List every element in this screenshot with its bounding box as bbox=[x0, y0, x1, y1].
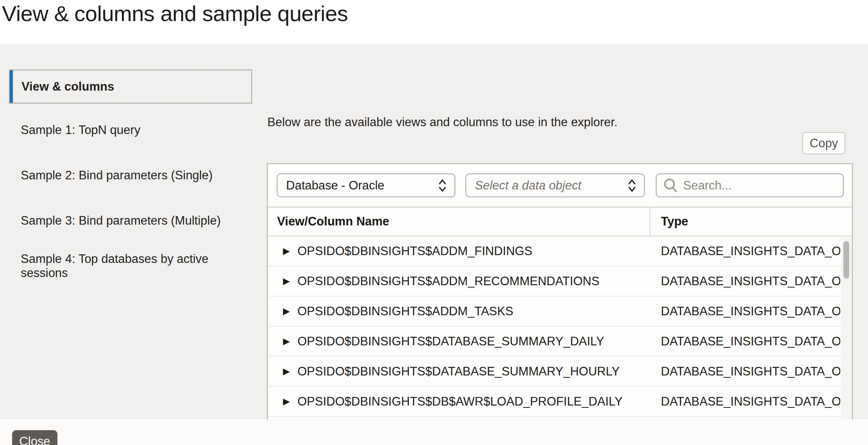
view-type: DATABASE_INSIGHTS_DATA_OBJECT bbox=[650, 365, 840, 379]
search-box bbox=[656, 173, 844, 197]
close-button-label: Close bbox=[19, 434, 50, 445]
copy-button-label: Copy bbox=[810, 136, 838, 150]
view-name: OPSIDO$DBINSIGHTS$ADDM_RECOMMENDATIONS bbox=[297, 274, 600, 288]
sidebar-item-sample-4[interactable]: Sample 4: Top databases by active sessio… bbox=[9, 243, 252, 289]
view-name-cell: ▶ OPSIDO$DBINSIGHTS$DATABASE_SUMMARY_HOU… bbox=[268, 365, 650, 379]
sidebar-item-label: View & columns bbox=[13, 80, 114, 94]
view-type: DATABASE_INSIGHTS_DATA_OBJECT bbox=[650, 274, 840, 288]
view-name-cell: ▶ OPSIDO$DBINSIGHTS$ADDM_TASKS bbox=[268, 304, 650, 318]
view-name: OPSIDO$DBINSIGHTS$ADDM_FINDINGS bbox=[297, 244, 532, 258]
view-type: DATABASE_INSIGHTS_DATA_OBJECT bbox=[650, 304, 840, 318]
explorer-description: Below are the available views and column… bbox=[267, 115, 617, 129]
view-name-cell: ▶ OPSIDO$DBINSIGHTS$DATABASE_SUMMARY_DAI… bbox=[268, 334, 650, 348]
expand-row-icon[interactable]: ▶ bbox=[283, 397, 291, 406]
view-name-cell: ▶ OPSIDO$DBINSIGHTS$ADDM_FINDINGS bbox=[268, 244, 650, 258]
table-row[interactable]: ▶ OPSIDO$DBINSIGHTS$ADDM_TASKS DATABASE_… bbox=[268, 297, 852, 327]
view-name: OPSIDO$DBINSIGHTS$DATABASE_SUMMARY_DAILY bbox=[297, 334, 604, 348]
column-header-type[interactable]: Type bbox=[650, 207, 852, 236]
table-body: ▶ OPSIDO$DBINSIGHTS$ADDM_FINDINGS DATABA… bbox=[268, 236, 852, 417]
sidebar-item-label: Sample 2: Bind parameters (Single) bbox=[21, 168, 213, 182]
data-object-select-placeholder: Select a data object bbox=[475, 179, 627, 193]
sidebar-nav: View & columns Sample 1: TopN query Samp… bbox=[9, 70, 252, 289]
close-button[interactable]: Close bbox=[12, 430, 57, 445]
search-icon bbox=[662, 177, 679, 194]
table-row[interactable]: ▶ OPSIDO$DBINSIGHTS$DATABASE_SUMMARY_DAI… bbox=[268, 327, 852, 357]
view-name-cell: ▶ OPSIDO$DBINSIGHTS$ADDM_RECOMMENDATIONS bbox=[268, 274, 650, 288]
view-type: DATABASE_INSIGHTS_DATA_OBJECT bbox=[650, 244, 840, 258]
page-title: View & columns and sample queries bbox=[2, 1, 348, 26]
expand-row-icon[interactable]: ▶ bbox=[283, 247, 291, 256]
sidebar-item-sample-1[interactable]: Sample 1: TopN query bbox=[9, 107, 252, 153]
sidebar-item-label: Sample 3: Bind parameters (Multiple) bbox=[21, 214, 221, 228]
view-name: OPSIDO$DBINSIGHTS$ADDM_TASKS bbox=[297, 304, 513, 318]
sidebar-item-view-columns[interactable]: View & columns bbox=[9, 70, 252, 104]
dialog-footer: Close bbox=[0, 420, 868, 445]
database-select-value: Database - Oracle bbox=[286, 179, 437, 193]
database-select[interactable]: Database - Oracle bbox=[277, 173, 455, 197]
table-header: View/Column Name Type bbox=[268, 207, 852, 236]
column-header-view-column-name[interactable]: View/Column Name bbox=[268, 207, 650, 236]
sidebar-item-sample-3[interactable]: Sample 3: Bind parameters (Multiple) bbox=[9, 198, 252, 243]
copy-button[interactable]: Copy bbox=[802, 132, 845, 154]
dialog-title-band: View & columns and sample queries bbox=[0, 0, 868, 45]
sidebar-item-label: Sample 1: TopN query bbox=[21, 123, 140, 137]
vertical-scrollbar[interactable] bbox=[841, 237, 852, 427]
view-type: DATABASE_INSIGHTS_DATA_OBJECT bbox=[650, 334, 840, 348]
updown-chevrons-icon bbox=[437, 178, 447, 193]
data-object-select[interactable]: Select a data object bbox=[465, 173, 645, 197]
view-name: OPSIDO$DBINSIGHTS$DATABASE_SUMMARY_HOURL… bbox=[297, 365, 620, 379]
expand-row-icon[interactable]: ▶ bbox=[283, 367, 291, 376]
expand-row-icon[interactable]: ▶ bbox=[283, 307, 291, 316]
sidebar-item-sample-2[interactable]: Sample 2: Bind parameters (Single) bbox=[9, 153, 252, 198]
view-type: DATABASE_INSIGHTS_DATA_OBJECT bbox=[650, 395, 840, 409]
updown-chevrons-icon bbox=[627, 178, 637, 193]
expand-row-icon[interactable]: ▶ bbox=[283, 277, 291, 286]
view-name-cell: ▶ OPSIDO$DBINSIGHTS$DB$AWR$LOAD_PROFILE_… bbox=[268, 395, 650, 409]
selected-accent-bar bbox=[10, 70, 13, 103]
sidebar-item-label: Sample 4: Top databases by active sessio… bbox=[21, 252, 252, 280]
table-row[interactable]: ▶ OPSIDO$DBINSIGHTS$DB$AWR$LOAD_PROFILE_… bbox=[268, 387, 852, 417]
dialog-content: View & columns Sample 1: TopN query Samp… bbox=[0, 46, 868, 419]
table-row[interactable]: ▶ OPSIDO$DBINSIGHTS$ADDM_FINDINGS DATABA… bbox=[268, 236, 852, 266]
vertical-scrollbar-thumb[interactable] bbox=[843, 241, 849, 279]
filter-bar: Database - Oracle Select a data object bbox=[268, 164, 852, 207]
search-input[interactable] bbox=[683, 179, 839, 193]
view-name: OPSIDO$DBINSIGHTS$DB$AWR$LOAD_PROFILE_DA… bbox=[297, 395, 623, 409]
views-columns-panel: Database - Oracle Select a data object bbox=[267, 163, 853, 440]
table-row[interactable]: ▶ OPSIDO$DBINSIGHTS$ADDM_RECOMMENDATIONS… bbox=[268, 266, 852, 297]
table-row[interactable]: ▶ OPSIDO$DBINSIGHTS$DATABASE_SUMMARY_HOU… bbox=[268, 357, 852, 387]
expand-row-icon[interactable]: ▶ bbox=[283, 337, 291, 346]
